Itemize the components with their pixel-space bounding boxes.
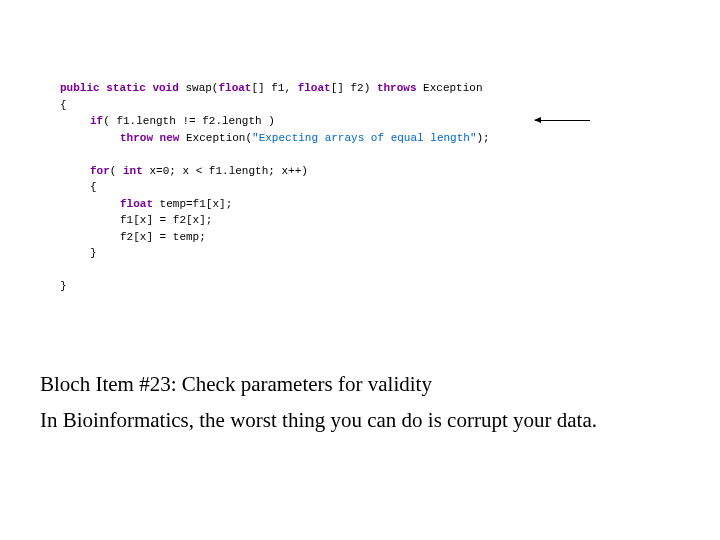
code-token: float	[218, 82, 251, 94]
code-token: public static void	[60, 82, 179, 94]
code-token: x=0; x < f1.length; x++)	[143, 165, 308, 177]
caption-line-2: In Bioinformatics, the worst thing you c…	[40, 408, 597, 433]
code-line: }	[60, 245, 490, 262]
code-snippet: public static void swap(float[] f1, floa…	[60, 80, 490, 295]
code-token: [] f1,	[251, 82, 297, 94]
code-token: );	[476, 132, 489, 144]
code-token: throw new	[120, 132, 179, 144]
code-token: [] f2)	[331, 82, 377, 94]
arrow-annotation	[535, 120, 590, 121]
caption-line-1: Bloch Item #23: Check parameters for val…	[40, 372, 432, 397]
code-token: temp=f1[x];	[153, 198, 232, 210]
code-line: {	[60, 179, 490, 196]
code-token: float	[120, 198, 153, 210]
code-token: int	[123, 165, 143, 177]
code-token: ( f1.length != f2.length )	[103, 115, 275, 127]
code-token: float	[298, 82, 331, 94]
code-line: {	[60, 97, 490, 114]
code-token: for	[90, 165, 110, 177]
code-token: "Expecting arrays of equal length"	[252, 132, 476, 144]
code-token: throws	[377, 82, 417, 94]
code-line: f2[x] = temp;	[60, 229, 490, 246]
code-line: f1[x] = f2[x];	[60, 212, 490, 229]
code-token: (	[110, 165, 123, 177]
code-token: if	[90, 115, 103, 127]
code-token: Exception	[417, 82, 483, 94]
code-line: }	[60, 278, 490, 295]
code-token: Exception(	[179, 132, 252, 144]
code-token: swap(	[179, 82, 219, 94]
